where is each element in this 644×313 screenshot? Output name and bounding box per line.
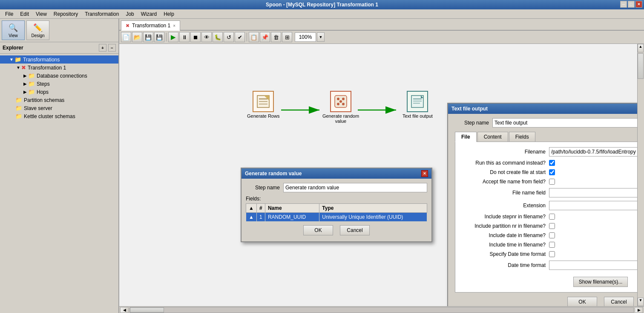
debug-button[interactable]: 🐛 (213, 32, 223, 42)
node-generate-random-value[interactable]: Generate random value (322, 91, 360, 124)
vscroll-down[interactable]: ▼ (638, 298, 644, 306)
tfo-datetime-format-label: Date time format (460, 262, 546, 268)
svg-point-12 (342, 103, 345, 105)
toolbar-sep2 (247, 33, 247, 41)
preview-button[interactable]: 👁 (201, 32, 212, 42)
stop-button[interactable]: ⏹ (190, 32, 201, 42)
tfo-accept-filename-checkbox[interactable] (549, 179, 555, 185)
hscroll-right[interactable]: ▶ (635, 307, 643, 313)
tfo-dialog-content: Step name File Content Fields (448, 114, 637, 306)
tree-transformations[interactable]: ▼ 📁 Transformations (0, 55, 118, 64)
tfo-step-name-input[interactable] (492, 118, 637, 128)
vertical-scrollbar[interactable]: ▲ ▼ (637, 44, 644, 306)
node-generate-rows[interactable]: Generate Rows (247, 91, 279, 119)
tree-db-connections[interactable]: ▶ 📁 Database connections (0, 72, 118, 80)
run-button[interactable]: ▶ (168, 32, 178, 42)
close-button[interactable]: ✕ (635, 1, 642, 8)
tfo-include-stepnr-checkbox[interactable] (549, 214, 555, 220)
hscroll-thumb[interactable] (130, 307, 164, 313)
tfo-file-tab-content: Filename Browse... Run this as (455, 142, 637, 293)
tfo-no-create-label: Do not create file at start (460, 169, 546, 175)
menu-repository[interactable]: Repository (50, 10, 81, 18)
tab-transformation1[interactable]: ✖ Transformation 1 × (121, 20, 180, 31)
hscroll-left[interactable]: ◀ (120, 307, 129, 313)
tree-partition-schemas[interactable]: 📁 Partition schemas (0, 96, 118, 104)
tab-label: Transformation 1 (132, 23, 170, 29)
node-text-file-output[interactable]: Text file output (402, 91, 433, 119)
select-all-button[interactable]: ⊞ (282, 32, 292, 42)
tfo-extension-input[interactable] (549, 201, 637, 210)
expand-all-button[interactable]: + (99, 44, 106, 52)
zoom-input[interactable] (295, 32, 316, 42)
tfo-step-name-label: Step name (455, 120, 489, 126)
vscroll-thumb[interactable] (638, 53, 644, 79)
tfo-file-name-field-row: File name field (460, 188, 637, 197)
tree-slave-server[interactable]: 📁 Slave server (0, 104, 118, 112)
menu-file[interactable]: File (2, 10, 17, 18)
tab-close-button[interactable]: × (173, 23, 175, 28)
tfo-include-time-checkbox[interactable] (549, 242, 555, 248)
steps-label: Steps (37, 81, 50, 87)
save-button[interactable]: 💾 (143, 32, 153, 42)
tree-kettle-cluster[interactable]: 📁 Kettle cluster schemas (0, 112, 118, 120)
paste-button[interactable]: 📌 (260, 32, 270, 42)
grv-cancel-button[interactable]: Cancel (340, 225, 370, 235)
check-button[interactable]: ✔ (235, 32, 245, 42)
save-as-button[interactable]: 💾 (154, 32, 164, 42)
tree-transformation1[interactable]: ▼ ✖ Transformation 1 (0, 64, 118, 72)
view-button[interactable]: 🔍 View (2, 20, 25, 40)
view-label: View (9, 33, 18, 38)
replay-button[interactable]: ↺ (224, 32, 234, 42)
zoom-area: ▼ (295, 32, 325, 42)
tfo-tab-content[interactable]: Content (477, 132, 508, 142)
grv-dialog-buttons: OK Cancel (246, 222, 427, 237)
menu-help[interactable]: Help (160, 10, 178, 18)
window-title: Spoon - [MySQL Repository] Transformatio… (266, 2, 378, 8)
vscroll-up[interactable]: ▲ (638, 44, 644, 52)
tree-steps[interactable]: ▶ 📁 Steps (0, 80, 118, 88)
tfo-ok-button[interactable]: OK (567, 297, 597, 306)
menu-job[interactable]: Job (122, 10, 137, 18)
horizontal-scrollbar[interactable]: ◀ ▶ (119, 306, 644, 313)
delete-button[interactable]: 🗑 (271, 32, 281, 42)
tfo-title-label: Text file output (451, 106, 488, 112)
tfo-datetime-format-input[interactable] (549, 261, 637, 270)
maximize-button[interactable]: □ (628, 1, 635, 8)
tfo-include-stepnr-row: Include stepnr in filename? (460, 214, 637, 220)
design-label: Design (31, 33, 44, 38)
menu-edit[interactable]: Edit (17, 10, 32, 18)
pause-button[interactable]: ⏸ (179, 32, 190, 42)
design-button[interactable]: ✏️ Design (26, 20, 49, 40)
tfo-specify-datetime-row: Specify Date time format (460, 251, 637, 257)
main-layout: 🔍 View ✏️ Design Explorer + − ▼ 📁 Tran (0, 19, 644, 313)
menu-view[interactable]: View (32, 10, 50, 18)
grv-step-name-input[interactable] (283, 183, 427, 192)
menu-wizard[interactable]: Wizard (138, 10, 160, 18)
tfo-filename-input[interactable] (549, 147, 637, 156)
tfo-run-as-command-checkbox[interactable] (549, 160, 555, 166)
minimize-button[interactable]: ─ (620, 1, 627, 8)
tfo-file-name-field-input[interactable] (549, 188, 637, 197)
tfo-tab-file[interactable]: File (455, 132, 477, 142)
grv-close-button[interactable]: ✕ (421, 170, 428, 177)
table-row[interactable]: ▲ 1 RANDOM_UUID Universally Unique Ident… (246, 213, 427, 222)
tfo-include-partition-checkbox[interactable] (549, 223, 555, 229)
left-toolbar: 🔍 View ✏️ Design (0, 19, 118, 42)
tfo-no-create-checkbox[interactable] (549, 169, 555, 175)
grv-title-label: Generate random value (245, 171, 302, 177)
open-button[interactable]: 📂 (132, 32, 142, 42)
tfo-specify-datetime-checkbox[interactable] (549, 251, 555, 257)
menu-transformation[interactable]: Transformation (81, 10, 122, 18)
tree-hops[interactable]: ▶ 📁 Hops (0, 88, 118, 96)
zoom-dropdown[interactable]: ▼ (317, 32, 325, 42)
show-filenames-button[interactable]: Show filename(s)... (573, 277, 628, 287)
tfo-cancel-button[interactable]: Cancel (604, 297, 634, 306)
tfo-include-date-checkbox[interactable] (549, 232, 555, 238)
grv-ok-button[interactable]: OK (303, 225, 333, 235)
copy-button[interactable]: 📋 (249, 32, 259, 42)
window-controls[interactable]: ─ □ ✕ (620, 1, 642, 8)
new-button[interactable]: 📄 (121, 32, 131, 42)
tfo-tab-fields[interactable]: Fields (509, 132, 535, 142)
generate-rows-label: Generate Rows (247, 113, 279, 119)
collapse-all-button[interactable]: − (108, 44, 116, 52)
